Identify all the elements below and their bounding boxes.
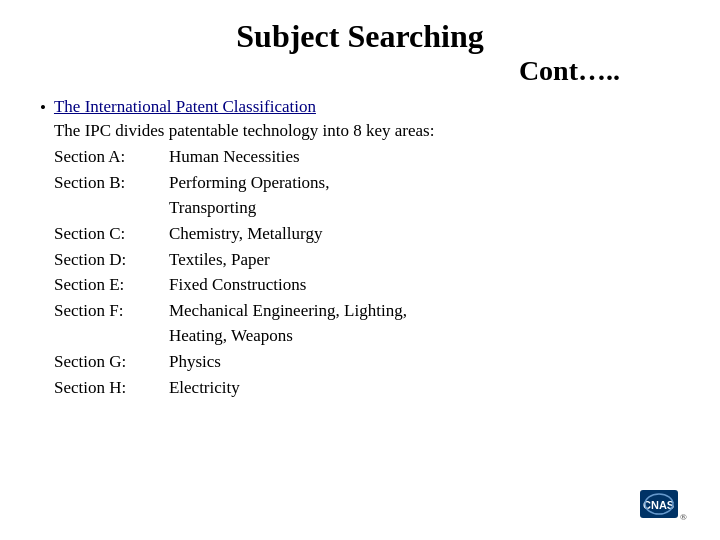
section-row: Heating, Weapons [54, 324, 680, 349]
section-label: Section D: [54, 248, 169, 273]
section-continuation: Transporting [169, 196, 680, 221]
header-area: Subject Searching Cont….. [40, 18, 680, 87]
section-value: Electricity [169, 376, 680, 401]
logo-box: CNAS ® [638, 482, 692, 526]
section-row: Section E:Fixed Constructions [54, 273, 680, 298]
section-value: Performing Operations, [169, 171, 680, 196]
section-row: Section C:Chemistry, Metallurgy [54, 222, 680, 247]
section-value: Human Necessities [169, 145, 680, 170]
section-label: Section G: [54, 350, 169, 375]
section-row: Transporting [54, 196, 680, 221]
section-label: Section B: [54, 171, 169, 196]
content-list: • The International Patent Classificatio… [40, 97, 680, 401]
section-label: Section C: [54, 222, 169, 247]
section-row: Section G:Physics [54, 350, 680, 375]
ipc-link[interactable]: The International Patent Classification [54, 97, 680, 117]
section-label: Section F: [54, 299, 169, 324]
logo-svg: CNAS ® [638, 482, 692, 526]
list-content: The International Patent Classification … [54, 97, 680, 401]
section-continuation: Heating, Weapons [169, 324, 680, 349]
section-row: Section H:Electricity [54, 376, 680, 401]
section-row: Section B:Performing Operations, [54, 171, 680, 196]
cont-label: Cont….. [40, 55, 680, 87]
bullet-icon: • [40, 98, 46, 118]
section-row: Section A:Human Necessities [54, 145, 680, 170]
section-value: Chemistry, Metallurgy [169, 222, 680, 247]
page-container: Subject Searching Cont….. • The Internat… [0, 0, 720, 540]
intro-text: The IPC divides patentable technology in… [54, 121, 680, 141]
main-title: Subject Searching [40, 18, 680, 55]
section-value: Physics [169, 350, 680, 375]
section-label: Section A: [54, 145, 169, 170]
logo-area: CNAS ® [638, 482, 692, 526]
section-label: Section E: [54, 273, 169, 298]
section-value: Mechanical Engineering, Lighting, [169, 299, 680, 324]
section-value: Fixed Constructions [169, 273, 680, 298]
section-value: Textiles, Paper [169, 248, 680, 273]
svg-text:®: ® [680, 512, 687, 522]
section-row: Section F:Mechanical Engineering, Lighti… [54, 299, 680, 324]
sections-table: Section A:Human NecessitiesSection B:Per… [54, 145, 680, 400]
section-row: Section D:Textiles, Paper [54, 248, 680, 273]
section-label: Section H: [54, 376, 169, 401]
list-item: • The International Patent Classificatio… [40, 97, 680, 401]
